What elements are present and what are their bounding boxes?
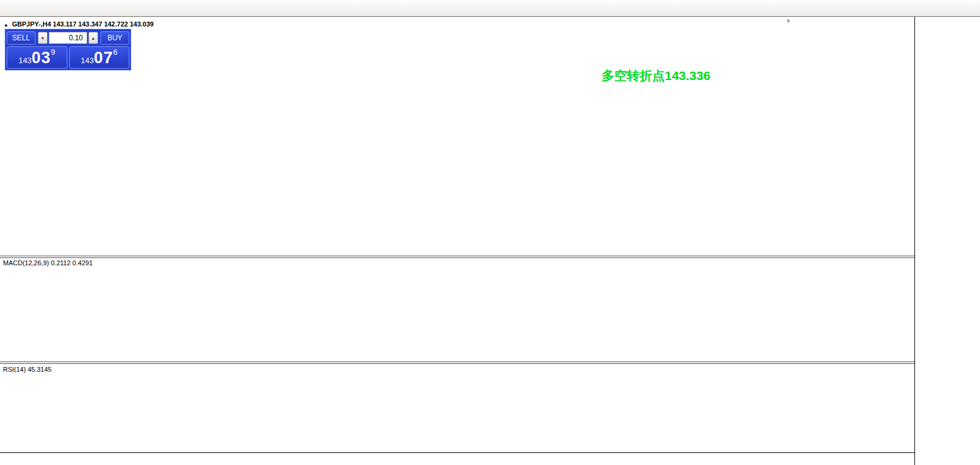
turning-point-annotation: 多空转折点143.336 (602, 67, 710, 84)
symbol-ohlc-header: ▲ GBPJPY-,H4 143.117 143.347 142.722 143… (4, 20, 153, 28)
sell-price-prefix: 143 (19, 55, 32, 67)
caret-down-icon: ▼ (41, 36, 45, 40)
lot-decrease-button[interactable]: ▼ (38, 32, 48, 44)
buy-button[interactable]: BUY (100, 31, 129, 45)
sell-price-button[interactable]: 143039 (7, 46, 67, 69)
ohlc-values: 143.117 143.347 142.722 143.039 (53, 20, 154, 28)
sell-price-main: 03 (31, 49, 51, 67)
scroll-to-end-marker[interactable]: ▼ (786, 18, 791, 24)
chart-window[interactable]: ▲ GBPJPY-,H4 143.117 143.347 142.722 143… (0, 17, 980, 465)
buy-price-main: 07 (94, 49, 113, 67)
lot-size-input[interactable]: 0.10 (49, 32, 87, 44)
macd-pane[interactable] (0, 258, 915, 362)
buy-price-button[interactable]: 143076 (69, 46, 130, 69)
buy-price-pip: 6 (113, 43, 117, 61)
main-chart-canvas[interactable] (0, 17, 915, 256)
panel-toggle-icon[interactable]: ▲ (4, 22, 8, 28)
time-axis[interactable] (0, 453, 915, 465)
main-toolbar (0, 0, 980, 17)
sell-price-pip: 9 (51, 43, 55, 61)
symbol-name: GBPJPY-,H4 (12, 20, 51, 28)
buy-price-prefix: 143 (81, 55, 94, 67)
rsi-indicator-label: RSI(14) 45.3145 (3, 366, 52, 373)
macd-indicator-label: MACD(12,26,9) 0.2112 0.4291 (3, 259, 93, 266)
sell-button[interactable]: SELL (7, 31, 35, 45)
lot-increase-button[interactable]: ▲ (88, 32, 98, 44)
one-click-trading-panel: SELL ▼ 0.10 ▲ BUY 143039 143076 (5, 29, 131, 70)
rsi-pane[interactable] (0, 364, 915, 452)
price-axis[interactable] (914, 17, 980, 465)
caret-up-icon: ▲ (91, 36, 95, 40)
